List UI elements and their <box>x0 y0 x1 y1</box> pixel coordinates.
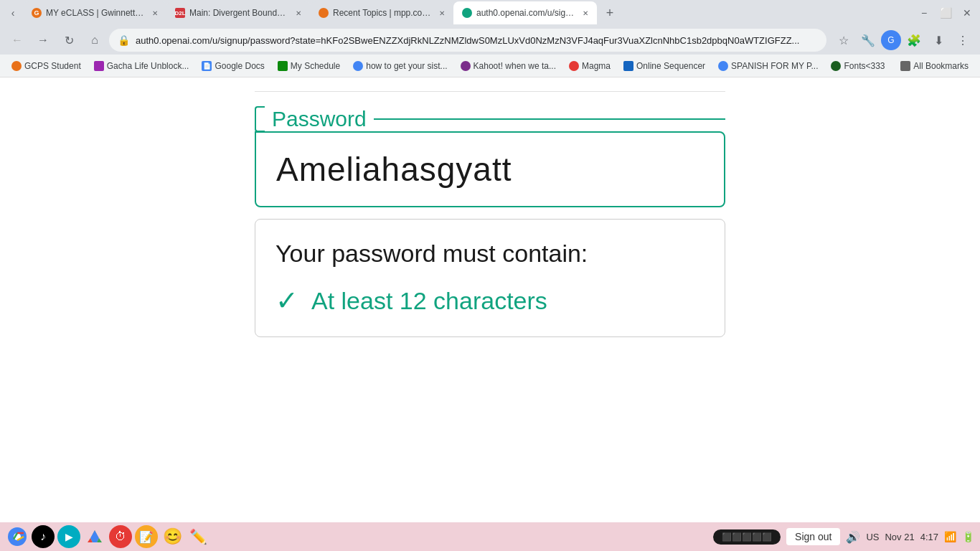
bookmarks-bar: GCPS Student Gacha Life Unblock... 📄 Goo… <box>0 55 980 77</box>
minimize-button[interactable]: − <box>914 3 934 23</box>
top-divider <box>255 77 725 92</box>
password-input-box[interactable]: Ameliahasgyatt <box>255 131 725 207</box>
taskbar-date: Nov 21 <box>885 532 914 542</box>
tab-2[interactable]: D2L Main: Divergent Boundaries ✕ <box>166 1 310 24</box>
page-content: Password Ameliahasgyatt Your password mu… <box>0 77 980 499</box>
bookmark-label-magma: Magma <box>582 61 611 71</box>
password-label-line <box>374 118 725 121</box>
taskbar-video-icon[interactable]: ▶ <box>57 525 80 548</box>
lock-icon: 🔒 <box>118 34 130 46</box>
extensions-puzzle[interactable]: 🧩 <box>903 29 925 52</box>
sign-out-button[interactable]: Sign out <box>786 528 840 545</box>
bookmark-gacha[interactable]: Gacha Life Unblock... <box>88 57 195 75</box>
bookmark-favicon-gcps <box>11 61 22 71</box>
password-bracket-left <box>255 106 265 132</box>
taskbar-battery-icon: 🔋 <box>962 531 974 542</box>
taskbar-wifi-icon: 📶 <box>944 531 956 542</box>
toolbar-icons: ☆ 🔧 G 🧩 ⬇ ⋮ <box>832 29 974 52</box>
bookmark-label-schedule: My Schedule <box>291 61 340 71</box>
bookmark-kahoot[interactable]: Kahoot! when we ta... <box>455 57 562 75</box>
bookmark-favicon-spanish <box>718 61 728 71</box>
tab-close-1[interactable]: ✕ <box>149 7 161 19</box>
requirements-box: Your password must contain: ✓ At least 1… <box>255 219 725 337</box>
new-tab-button[interactable]: + <box>600 3 620 23</box>
taskbar-emoji-icon[interactable]: 😊 <box>161 525 184 548</box>
settings-menu-button[interactable]: ⋮ <box>951 29 974 52</box>
bookmark-favicon-all <box>900 61 910 71</box>
tab-title-1: MY eCLASS | Gwinnett County... <box>46 8 145 18</box>
reload-button[interactable]: ↻ <box>57 29 80 52</box>
bookmark-label-gcps: GCPS Student <box>24 61 81 71</box>
bookmark-gcps[interactable]: GCPS Student <box>6 57 87 75</box>
bookmark-label-howto: how to get your sist... <box>366 61 447 71</box>
bookmark-label-online-seq: Online Sequencer <box>636 61 705 71</box>
password-section: Password Ameliahasgyatt <box>255 106 725 207</box>
tab-close-4[interactable]: ✕ <box>580 7 591 19</box>
tab-favicon-2: D2L <box>175 8 185 18</box>
taskbar-chrome-icon[interactable] <box>6 525 29 548</box>
bookmark-favicon-gdocs: 📄 <box>202 61 212 71</box>
back-button[interactable]: ← <box>6 29 29 52</box>
bookmark-spanish[interactable]: SPANISH FOR MY P... <box>712 57 824 75</box>
tab-favicon-1: G <box>32 8 42 18</box>
taskbar-right: ⬛⬛⬛⬛⬛ Sign out 🔊 US Nov 21 4:17 📶 🔋 <box>713 528 974 545</box>
password-label: Password <box>265 107 374 131</box>
tab-scroll-left[interactable]: ‹ <box>3 3 23 23</box>
bookmark-all[interactable]: All Bookmarks <box>895 57 974 75</box>
bookmark-label-fonts: Fonts<333 <box>844 61 885 71</box>
tab-close-3[interactable]: ✕ <box>436 7 448 19</box>
bookmark-gdocs[interactable]: 📄 Google Docs <box>196 57 270 75</box>
tab-4[interactable]: auth0.openai.com/u/signup/p... ✕ <box>453 1 597 24</box>
bookmark-favicon-howto <box>353 61 363 71</box>
bookmark-favicon-fonts <box>831 61 841 71</box>
bookmark-label-spanish: SPANISH FOR MY P... <box>731 61 818 71</box>
maximize-button[interactable]: ⬜ <box>936 3 956 23</box>
tab-1[interactable]: G MY eCLASS | Gwinnett County... ✕ <box>23 1 166 24</box>
requirement-item-1: ✓ At least 12 characters <box>275 285 705 316</box>
tab-3[interactable]: Recent Topics | mpp.communi... ✕ <box>310 1 453 24</box>
downloads-button[interactable]: ⬇ <box>927 29 950 52</box>
bookmark-star-button[interactable]: ☆ <box>832 29 855 52</box>
taskbar-volume-icon[interactable]: 🔊 <box>846 530 860 544</box>
url-bar[interactable]: 🔒 auth0.openai.com/u/signup/password?sta… <box>109 29 826 52</box>
taskbar-pen-icon[interactable]: ✏️ <box>187 525 209 548</box>
bookmark-howto[interactable]: how to get your sist... <box>347 57 453 75</box>
home-button[interactable]: ⌂ <box>83 29 106 52</box>
forward-button[interactable]: → <box>32 29 55 52</box>
extension-button[interactable]: 🔧 <box>857 29 880 52</box>
svg-marker-6 <box>90 530 99 542</box>
check-icon-1: ✓ <box>275 285 298 316</box>
bookmark-fonts[interactable]: Fonts<333 <box>825 57 890 75</box>
taskbar-device-pill: ⬛⬛⬛⬛⬛ <box>713 529 781 545</box>
bookmark-favicon-kahoot <box>461 61 471 71</box>
taskbar-language: US <box>866 532 879 542</box>
bookmark-schedule[interactable]: My Schedule <box>272 57 346 75</box>
tab-favicon-3 <box>319 8 329 18</box>
bookmark-favicon-gacha <box>94 61 104 71</box>
tab-title-2: Main: Divergent Boundaries <box>189 8 288 18</box>
tab-favicon-4 <box>462 8 472 18</box>
taskbar-tiktok-icon[interactable]: ♪ <box>32 525 55 548</box>
browser-window: ‹ G MY eCLASS | Gwinnett County... ✕ D2L… <box>0 0 980 499</box>
address-bar: ← → ↻ ⌂ 🔒 auth0.openai.com/u/signup/pass… <box>0 26 980 55</box>
tab-bar: ‹ G MY eCLASS | Gwinnett County... ✕ D2L… <box>0 0 980 26</box>
tab-title-4: auth0.openai.com/u/signup/p... <box>476 8 575 18</box>
taskbar-drive-icon[interactable] <box>83 525 106 548</box>
taskbar: ♪ ▶ ⏱ 📝 😊 ✏️ <box>0 522 980 551</box>
tab-close-2[interactable]: ✕ <box>293 7 304 19</box>
tab-title-3: Recent Topics | mpp.communi... <box>333 8 432 18</box>
bookmark-label-all: All Bookmarks <box>913 61 969 71</box>
bookmark-label-gdocs: Google Docs <box>215 61 264 71</box>
bookmark-favicon-magma <box>569 61 579 71</box>
window-controls: − ⬜ ✕ <box>914 3 977 23</box>
bookmark-online-seq[interactable]: Online Sequencer <box>618 57 711 75</box>
taskbar-time: 4:17 <box>920 532 938 542</box>
bookmark-label-kahoot: Kahoot! when we ta... <box>473 61 556 71</box>
url-text: auth0.openai.com/u/signup/password?state… <box>136 35 818 46</box>
bookmark-magma[interactable]: Magma <box>563 57 616 75</box>
close-button[interactable]: ✕ <box>957 3 977 23</box>
taskbar-timer-icon[interactable]: ⏱ <box>109 525 132 548</box>
taskbar-notes-icon[interactable]: 📝 <box>135 525 158 548</box>
profile-button[interactable]: G <box>881 30 901 50</box>
password-label-row: Password <box>255 106 725 132</box>
